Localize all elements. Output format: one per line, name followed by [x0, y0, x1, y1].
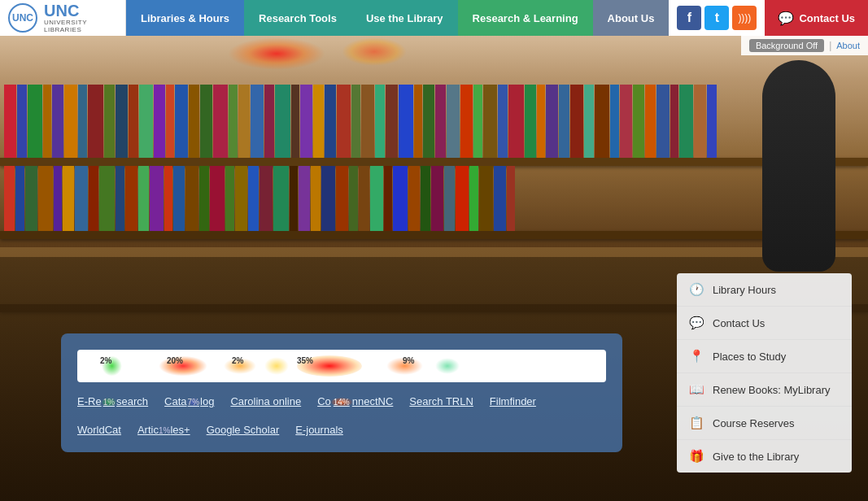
rss-icon: )))) — [738, 12, 751, 24]
sidebar-label-give-to-library: Give to the Library — [713, 451, 799, 463]
sidebar-label-renew-books: Renew Books: MyLibrary — [713, 384, 831, 396]
nav-research-learning[interactable]: Research & Learning — [458, 0, 593, 36]
reserve-icon: 📋 — [688, 415, 704, 431]
sidebar: 🕐 Library Hours 💬 Contact Us 📍 Places to… — [677, 273, 852, 473]
sidebar-label-places-to-study: Places to Study — [713, 351, 786, 363]
link-connectnc[interactable]: Co14%nnectNC — [317, 395, 393, 407]
link-eresearch[interactable]: E-Re1%search — [77, 395, 148, 407]
sidebar-item-library-hours[interactable]: 🕐 Library Hours — [677, 273, 852, 307]
unc-logo-text: UNC — [12, 12, 33, 24]
social-links: f t )))) — [669, 6, 765, 30]
chat-icon: 💬 — [688, 315, 704, 331]
logo-unc: UNC — [44, 2, 117, 19]
about-link[interactable]: About — [836, 41, 860, 50]
pct-5: 9% — [403, 356, 414, 365]
sidebar-item-renew-books[interactable]: 📖 Renew Books: MyLibrary — [677, 373, 852, 407]
link-google-scholar[interactable]: Google Scholar — [207, 424, 280, 436]
search-box[interactable]: 2% 20% 2% 35% 9% — [77, 350, 606, 382]
link-ejournals[interactable]: E-journals — [295, 424, 343, 436]
search-links: E-Re1%search Cata7%log Carolina online C… — [77, 395, 606, 436]
gift-icon: 🎁 — [688, 448, 704, 464]
logo-area[interactable]: UNC UNC UNIVERSITY LIBRARIES — [0, 0, 126, 36]
pct-3: 2% — [232, 356, 243, 365]
nav-about-us[interactable]: About Us — [593, 0, 670, 36]
nav-research-tools[interactable]: Research Tools — [244, 0, 351, 36]
nav-use-library[interactable]: Use the Library — [351, 0, 458, 36]
pin-icon: 📍 — [688, 348, 704, 364]
unc-logo-circle: UNC — [8, 3, 37, 33]
link-articlesplus[interactable]: Artic1%les+ — [137, 424, 190, 436]
logo-text: UNC UNIVERSITY LIBRARIES — [44, 2, 117, 33]
main-nav: Libraries & Hours Research Tools Use the… — [126, 0, 669, 36]
pct-4: 35% — [297, 356, 313, 365]
logo-subtitle: UNIVERSITY LIBRARIES — [44, 19, 117, 33]
pct-2: 20% — [167, 356, 183, 365]
link-catalog[interactable]: Cata7%log — [164, 395, 214, 407]
nav-libraries-hours[interactable]: Libraries & Hours — [126, 0, 244, 36]
twitter-button[interactable]: t — [704, 6, 729, 30]
about-bar: Background Off | About — [741, 36, 868, 55]
link-filmfinder[interactable]: Filmfinder — [490, 395, 536, 407]
link-worldcat[interactable]: WorldCat — [77, 424, 121, 436]
twitter-icon: t — [715, 11, 719, 25]
sidebar-item-contact-us[interactable]: 💬 Contact Us — [677, 307, 852, 340]
sidebar-item-give-to-library[interactable]: 🎁 Give to the Library — [677, 440, 852, 473]
rss-button[interactable]: )))) — [732, 6, 757, 30]
search-input[interactable] — [85, 355, 598, 377]
sidebar-label-contact-us: Contact Us — [713, 317, 765, 329]
sidebar-label-course-reserves: Course Reserves — [713, 417, 794, 429]
pct-1: 2% — [100, 356, 111, 365]
facebook-icon: f — [687, 11, 691, 25]
sidebar-item-places-to-study[interactable]: 📍 Places to Study — [677, 340, 852, 373]
sidebar-item-course-reserves[interactable]: 📋 Course Reserves — [677, 407, 852, 440]
link-carolina-online[interactable]: Carolina online — [230, 395, 301, 407]
header: UNC UNC UNIVERSITY LIBRARIES Libraries &… — [0, 0, 868, 36]
sidebar-label-library-hours: Library Hours — [713, 284, 776, 296]
search-panel: 2% 20% 2% 35% 9% E-Re1%search Cata7%log … — [61, 333, 622, 452]
facebook-button[interactable]: f — [677, 6, 701, 30]
clock-icon: 🕐 — [688, 281, 704, 298]
link-search-trln[interactable]: Search TRLN — [409, 395, 473, 407]
speech-bubble-icon: 💬 — [778, 11, 794, 26]
background-off-button[interactable]: Background Off — [749, 39, 824, 52]
contact-us-label: Contact Us — [799, 12, 855, 24]
book-icon: 📖 — [688, 381, 704, 398]
contact-us-button[interactable]: 💬 Contact Us — [765, 0, 868, 36]
